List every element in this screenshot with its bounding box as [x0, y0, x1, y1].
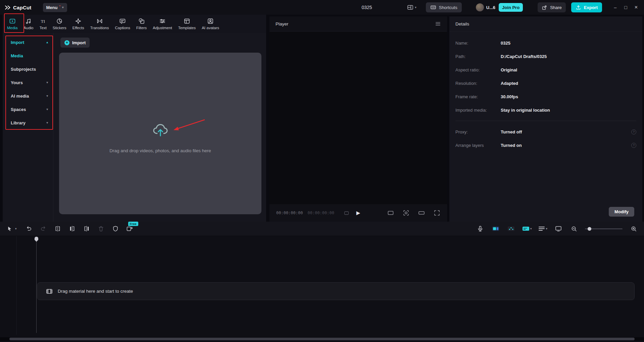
timeline-zoom-slider[interactable] [585, 228, 623, 229]
sidebar-item-yours[interactable]: Yours ▾ [3, 76, 53, 89]
user-account[interactable]: U...6 [476, 3, 495, 11]
scrollbar-thumb[interactable] [9, 338, 635, 340]
sidebar-item-ai-media[interactable]: AI media ▾ [3, 89, 53, 103]
tab-adjustment[interactable]: Adjustment [150, 15, 175, 33]
details-header: Details [449, 16, 642, 32]
sidebar-item-label: Yours [11, 80, 23, 85]
tab-stickers[interactable]: Stickers [50, 15, 69, 33]
sidebar-item-spaces[interactable]: Spaces ▾ [3, 103, 53, 116]
detail-row-proxy: Proxy: Turned off ? [455, 125, 636, 138]
player-header: Player [269, 16, 447, 32]
detail-row-path: Path: D:/CapCut Drafts/0325 [455, 50, 636, 63]
canvas-button[interactable] [418, 210, 425, 216]
focus-button[interactable] [403, 210, 409, 216]
fullscreen-button[interactable] [434, 210, 440, 216]
timeline[interactable]: Drag material here and start to create [0, 236, 644, 342]
tab-label: Media [7, 26, 17, 30]
share-label: Share [550, 5, 562, 10]
mask-button[interactable] [111, 224, 120, 233]
export-button[interactable]: Export [571, 2, 602, 12]
join-pro-button[interactable]: Join Pro [499, 3, 523, 12]
tab-captions[interactable]: Captions [112, 15, 133, 33]
tab-media[interactable]: Media [4, 15, 20, 33]
preview-quality-button[interactable] [554, 224, 563, 233]
free-tool-button[interactable]: Free [126, 224, 134, 233]
menu-button[interactable]: Menu ● ▾ [43, 3, 67, 12]
chevron-down-icon: ▾ [415, 6, 416, 9]
ratio-button[interactable] [387, 210, 394, 216]
record-voiceover-button[interactable] [476, 224, 485, 233]
app-name: CapCut [13, 5, 32, 10]
modify-button[interactable]: Modify [609, 207, 634, 217]
tab-label: Filters [136, 26, 147, 30]
help-icon[interactable]: ? [631, 129, 636, 134]
auto-reframe-icon [492, 226, 499, 232]
sidebar-item-subprojects[interactable]: Subprojects [3, 62, 53, 76]
beat-marks-button[interactable] [507, 224, 515, 233]
player-viewport[interactable] [269, 32, 447, 204]
sidebar-item-label: Subprojects [11, 67, 36, 72]
media-dropzone[interactable]: Drag and drop videos, photos, and audio … [59, 53, 261, 214]
undo-button[interactable] [24, 224, 33, 233]
zoom-out-button[interactable] [569, 224, 578, 233]
delete-left-button[interactable] [68, 224, 77, 233]
undo-icon [26, 225, 32, 232]
timeline-drop-target[interactable]: Drag material here and start to create [37, 282, 635, 300]
tab-label: Effects [72, 26, 84, 30]
frame-preview-button[interactable] [344, 210, 349, 216]
sidebar-item-media[interactable]: Media [3, 49, 53, 62]
monitor-icon [555, 225, 562, 232]
delete-button[interactable] [97, 224, 105, 233]
share-button[interactable]: Share [538, 2, 566, 12]
chevron-down-icon: ▾ [530, 227, 532, 230]
auto-captions-button[interactable]: ▾ [522, 226, 532, 232]
maximize-button[interactable]: □ [621, 0, 631, 15]
templates-icon [184, 18, 190, 24]
split-button[interactable] [53, 224, 62, 233]
delete-right-button[interactable] [82, 224, 91, 233]
slider-thumb[interactable] [588, 227, 591, 231]
playhead[interactable] [35, 237, 38, 242]
player-options-button[interactable] [435, 21, 441, 26]
auto-reframe-button[interactable] [491, 224, 500, 233]
track-options-button[interactable]: ▾ [538, 226, 547, 232]
layout-icon [407, 4, 413, 10]
maximize-icon: □ [624, 5, 627, 10]
close-button[interactable]: × [631, 0, 641, 15]
sidebar-item-label: Import [11, 40, 24, 45]
microphone-icon [477, 225, 484, 232]
tab-label: Captions [115, 26, 130, 30]
sidebar-item-import[interactable]: Import ▴ [3, 36, 53, 49]
play-button[interactable]: ▶ [356, 210, 360, 216]
timeline-toolbar: ▾ [0, 222, 644, 236]
frame-icon [344, 210, 349, 216]
layout-switch-button[interactable]: ▾ [407, 4, 416, 10]
sidebar-item-library[interactable]: Library ▾ [3, 116, 53, 129]
tab-text[interactable]: TI Text [37, 15, 50, 33]
canvas-icon [418, 210, 425, 216]
help-icon[interactable]: ? [631, 143, 636, 148]
detail-row-imported-media: Imported media: Stay in original locatio… [455, 103, 636, 117]
select-tool-button[interactable]: ▾ [5, 224, 17, 233]
tab-templates[interactable]: Templates [175, 15, 199, 33]
shortcuts-button[interactable]: Shortcuts [426, 2, 462, 12]
tab-filters[interactable]: Filters [133, 15, 150, 33]
tab-effects[interactable]: Effects [69, 15, 87, 33]
redo-button[interactable] [39, 224, 48, 233]
tab-audio[interactable]: Audio [20, 15, 36, 33]
import-button-label: Import [72, 40, 86, 45]
tab-transitions[interactable]: Transitions [87, 15, 112, 33]
shortcuts-label: Shortcuts [439, 5, 457, 10]
player-view-tools [387, 210, 440, 216]
tab-ai-avatars[interactable]: AI avatars [199, 15, 222, 33]
playhead-handle-icon [35, 237, 38, 242]
import-button[interactable]: + Import [60, 38, 90, 48]
delete-left-icon [69, 225, 76, 232]
details-panel: Details Name: 0325 Path: D:/CapCut Draft… [449, 16, 642, 222]
cloud-upload-icon [152, 122, 169, 138]
horizontal-scrollbar[interactable] [0, 337, 644, 341]
chevron-down-icon: ▾ [546, 227, 547, 230]
zoom-in-button[interactable] [629, 224, 638, 233]
chevron-down-icon: ▾ [62, 6, 64, 9]
minimize-button[interactable]: – [610, 0, 621, 15]
